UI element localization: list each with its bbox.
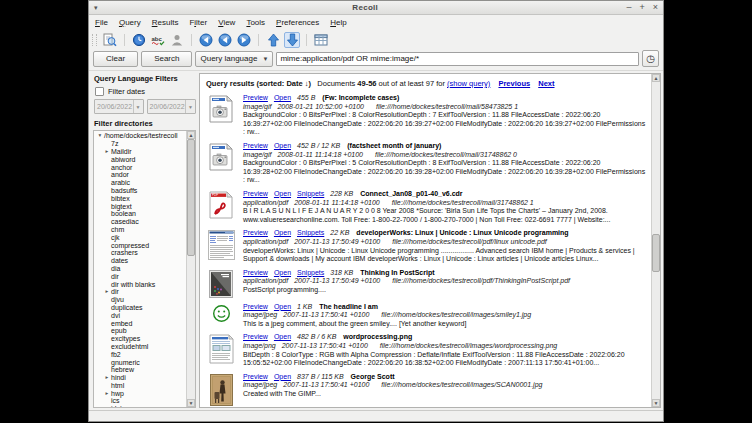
tree-item-dates[interactable]: dates [96,257,186,265]
tree-item-ics[interactable]: ics [96,397,186,405]
tree-item-djvu[interactable]: djvu [96,296,186,304]
nav-next-icon[interactable] [236,32,252,48]
results-scrollbar[interactable]: ▲ ▼ [651,74,660,407]
menu-results[interactable]: Results [152,18,179,27]
tree-item-hwp[interactable]: ▸hwp [96,389,186,397]
tree-item-embed[interactable]: embed [96,319,186,327]
clock-icon[interactable] [131,32,147,48]
preview-link[interactable]: Preview [243,303,268,310]
preview-link[interactable]: Preview [243,373,268,380]
tree-item-chm[interactable]: chm [96,226,186,234]
open-link[interactable]: Open [274,303,291,310]
tree-expander-icon[interactable]: ▸ [103,390,111,397]
tree-item-dir-with-blanks[interactable]: dir with blanks [96,280,186,288]
tree-item-dir[interactable]: dir [96,272,186,280]
tree-item-excltypes[interactable]: excltypes [96,335,186,343]
menu-filter[interactable]: Filter [189,18,207,27]
tree-item-boolean[interactable]: boolean [96,210,186,218]
previous-page-link[interactable]: Previous [498,79,530,88]
tree-item-casediac[interactable]: casediac [96,218,186,226]
tree-item-andor[interactable]: andor [96,171,186,179]
menu-preferences[interactable]: Preferences [276,18,319,27]
tree-expander-icon[interactable]: ▾ [96,132,104,139]
scroll-up-icon[interactable]: ▲ [187,131,195,139]
tree-item-bibtex[interactable]: bibtex [96,194,186,202]
tree-item-abiword[interactable]: abiword [96,155,186,163]
open-link[interactable]: Open [274,333,291,340]
tree-item-fb2[interactable]: fb2 [96,350,186,358]
sort-descending-icon[interactable] [284,32,300,48]
search-button[interactable]: Search [141,51,192,67]
tree-item-arabic[interactable]: arabic [96,179,186,187]
tree-item-dia[interactable]: dia [96,265,186,273]
clear-button[interactable]: Clear [93,51,138,67]
tree-item-bigtext[interactable]: bigtext [96,202,186,210]
snippets-link[interactable]: Snippets [297,229,324,236]
tree-item-anchor[interactable]: anchor [96,163,186,171]
query-mode-select[interactable]: Query language ▼ [195,51,273,67]
tree-item-compressed[interactable]: compressed [96,241,186,249]
date-from-field[interactable]: 20/06/2022 ▼ [94,99,144,114]
preview-link[interactable]: Preview [243,142,268,149]
preview-link[interactable]: Preview [243,94,268,101]
tree-root-item[interactable]: ▾/home/dockes/testrecoll [96,132,186,140]
menu-view[interactable]: View [218,18,235,27]
maximize-button[interactable]: + [639,3,644,12]
tree-item-epub[interactable]: epub [96,327,186,335]
open-link[interactable]: Open [274,94,291,101]
tree-item-Maildir[interactable]: ▸Maildir [96,148,186,156]
open-link[interactable]: Open [274,229,291,236]
preview-link[interactable]: Preview [243,269,268,276]
tree-item-duplicates[interactable]: duplicates [96,304,186,312]
open-link[interactable]: Open [274,190,291,197]
snippets-link[interactable]: Snippets [297,269,324,276]
tree-item-hebrew[interactable]: hebrew [96,366,186,374]
tree-item-badsuffs[interactable]: badsuffs [96,187,186,195]
menu-tools[interactable]: Tools [246,18,265,27]
filter-dates-checkbox[interactable] [95,87,104,96]
tree-item-dir[interactable]: ▸dir [96,288,186,296]
tree-item-dvi[interactable]: dvi [96,311,186,319]
show-query-link[interactable]: (show query) [447,79,490,88]
snippets-link[interactable]: Snippets [297,190,324,197]
toolbar-handle[interactable] [92,34,97,46]
tree-item-html[interactable]: html [96,382,186,390]
scrollbar-thumb[interactable] [187,139,195,256]
tree-item-7z[interactable]: 7z [96,140,186,148]
scrollbar-thumb[interactable] [652,234,660,272]
tree-item-crashers[interactable]: crashers [96,249,186,257]
open-link[interactable]: Open [274,269,291,276]
minimize-button[interactable]: – [626,3,631,12]
preview-link[interactable]: Preview [243,229,268,236]
preview-link[interactable]: Preview [243,333,268,340]
tree-scrollbar[interactable]: ▲ ▼ [186,131,195,407]
spellcheck-icon[interactable]: abc [150,32,166,48]
user-icon[interactable] [169,32,185,48]
close-button[interactable]: × [653,3,658,12]
tree-item-cjk[interactable]: cjk [96,233,186,241]
tree-expander-icon[interactable]: ▸ [103,374,111,381]
tree-item-gnumeric[interactable]: gnumeric [96,358,186,366]
tree-item-hindi[interactable]: ▸hindi [96,374,186,382]
open-link[interactable]: Open [274,142,291,149]
menu-query[interactable]: Query [119,18,141,27]
tree-item-excludehtml[interactable]: excludehtml [96,343,186,351]
scroll-up-icon[interactable]: ▲ [652,74,660,82]
open-link[interactable]: Open [274,373,291,380]
scroll-down-icon[interactable]: ▼ [187,399,195,407]
tree-expander-icon[interactable]: ▸ [103,148,111,155]
tree-expander-icon[interactable]: ▸ [103,288,111,295]
nav-previous-icon[interactable] [217,32,233,48]
query-input[interactable] [276,52,639,66]
scroll-down-icon[interactable]: ▼ [652,399,660,407]
window-menu-icon[interactable]: ▾ [94,4,104,12]
menu-help[interactable]: Help [330,18,346,27]
preview-link[interactable]: Preview [243,190,268,197]
table-view-icon[interactable] [313,32,329,48]
sort-ascending-icon[interactable] [265,32,281,48]
date-to-field[interactable]: 20/06/2022 ▼ [147,99,197,114]
nav-first-icon[interactable] [198,32,214,48]
history-clock-icon[interactable]: ◷ [642,50,659,67]
next-page-link[interactable]: Next [538,79,554,88]
menu-file[interactable]: File [95,18,108,27]
